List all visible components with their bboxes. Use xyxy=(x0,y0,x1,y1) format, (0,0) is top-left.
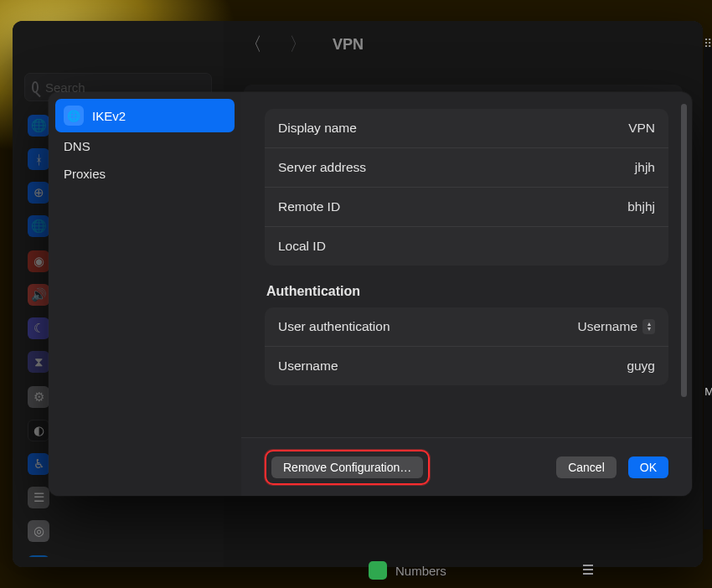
field-display-name[interactable]: Display name VPN xyxy=(265,109,668,147)
field-label: Username xyxy=(278,358,338,374)
resize-handle-icon xyxy=(583,565,593,575)
field-label: User authentication xyxy=(278,319,390,334)
page-title: VPN xyxy=(333,36,364,54)
field-value[interactable]: jhjh xyxy=(635,160,655,175)
vpn-config-sheet: 🌐 IKEv2 DNS Proxies Display name VPN Ser… xyxy=(49,92,692,496)
sheet-tab-label: Proxies xyxy=(64,167,106,181)
sheet-tab-dns[interactable]: DNS xyxy=(55,132,235,160)
search-icon xyxy=(32,81,39,93)
app-name: Numbers xyxy=(395,564,446,578)
connection-group: Display name VPN Server address jhjh Rem… xyxy=(265,109,668,266)
dock-peek: Numbers xyxy=(369,561,446,580)
accessibility-icon: ♿︎ xyxy=(28,453,49,475)
siri-icon: ◎ xyxy=(28,520,49,542)
field-value[interactable]: VPN xyxy=(628,121,655,136)
field-label: Remote ID xyxy=(278,199,340,214)
field-user-auth[interactable]: User authentication Username ▴▾ xyxy=(265,307,668,346)
sheet-tab-proxies[interactable]: Proxies xyxy=(55,160,235,188)
screentime-icon: ⧗ xyxy=(28,351,49,373)
chevron-updown-icon: ▴▾ xyxy=(642,319,655,334)
remove-configuration-button[interactable]: Remove Configuration… xyxy=(271,456,423,478)
field-remote-id[interactable]: Remote ID bhjhj xyxy=(265,187,668,226)
field-value[interactable]: bhjhj xyxy=(627,199,655,214)
sheet-form: Display name VPN Server address jhjh Rem… xyxy=(241,92,692,437)
auth-section-title: Authentication xyxy=(266,284,667,299)
bluetooth-icon: ᚼ xyxy=(28,148,49,170)
notifications-icon: ◉ xyxy=(28,250,49,272)
sheet-footer: Remove Configuration… Cancel OK xyxy=(241,437,692,496)
annotation-highlight: Remove Configuration… xyxy=(265,450,430,485)
focus-icon: ☾ xyxy=(28,317,49,339)
field-label: Local ID xyxy=(278,239,326,254)
network-icon: ⊕ xyxy=(28,182,49,204)
select-value[interactable]: Username ▴▾ xyxy=(578,319,656,334)
vpn-icon: 🌐 xyxy=(28,215,49,237)
scrollbar[interactable] xyxy=(681,104,687,397)
sheet-tab-label: IKEv2 xyxy=(92,109,126,123)
field-server-address[interactable]: Server address jhjh xyxy=(265,147,668,187)
sheet-tab-ikev2[interactable]: 🌐 IKEv2 xyxy=(55,99,235,132)
adjacent-window-glyph: ⠿ xyxy=(704,37,712,50)
adjacent-window-glyph: M xyxy=(704,385,712,398)
control-icon: ☰ xyxy=(28,487,49,508)
globe-icon: 🌐 xyxy=(64,106,84,126)
forward-button[interactable]: 〉 xyxy=(282,28,314,60)
field-label: Display name xyxy=(278,121,357,136)
select-text: Username xyxy=(578,319,638,334)
cancel-button[interactable]: Cancel xyxy=(556,456,617,478)
field-label: Server address xyxy=(278,160,366,175)
content-header: 〈 〉 VPN xyxy=(224,21,703,68)
sheet-sidebar: 🌐 IKEv2 DNS Proxies xyxy=(49,92,241,496)
back-button[interactable]: 〈 xyxy=(237,28,269,60)
general-icon: ⚙ xyxy=(28,386,49,408)
globe-icon: 🌐 xyxy=(28,115,49,137)
field-username[interactable]: Username guyg xyxy=(265,346,668,385)
auth-group: User authentication Username ▴▾ Username… xyxy=(265,307,668,385)
sidebar-item-privacy[interactable]: ✋ Privacy & Security xyxy=(21,550,215,557)
hand-icon: ✋ xyxy=(28,555,49,557)
field-value[interactable]: guyg xyxy=(627,358,655,374)
sheet-tab-label: DNS xyxy=(64,139,90,153)
sidebar-item[interactable]: ◎ xyxy=(21,515,215,547)
sound-icon: 🔊 xyxy=(28,284,49,306)
field-local-id[interactable]: Local ID xyxy=(265,226,668,266)
ok-button[interactable]: OK xyxy=(628,456,668,478)
adjacent-window-edge xyxy=(704,47,712,529)
appearance-icon: ◐ xyxy=(28,420,49,441)
app-icon xyxy=(369,561,387,580)
